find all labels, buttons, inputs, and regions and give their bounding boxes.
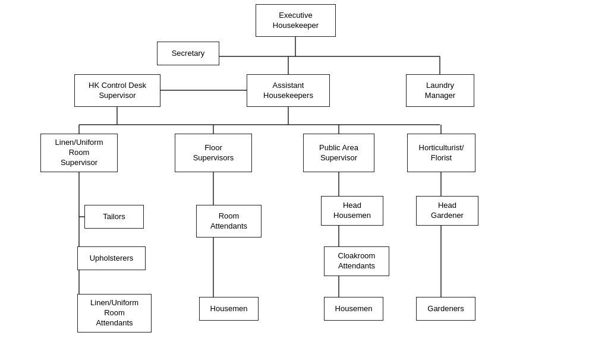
linen-uniform-supervisor-box: Linen/UniformRoomSupervisor (40, 134, 118, 172)
tailors-box: Tailors (84, 205, 144, 229)
room-attendants-box: RoomAttendants (196, 205, 262, 238)
public-area-supervisor-box: Public AreaSupervisor (303, 134, 374, 172)
laundry-manager-box: LaundryManager (406, 74, 474, 107)
org-chart: Executive Housekeeper Secretary Assistan… (0, 0, 589, 364)
horticulturist-box: Horticulturist/Florist (407, 134, 475, 172)
floor-supervisors-box: FloorSupervisors (175, 134, 252, 172)
linen-uniform-attendants-box: Linen/UniformRoomAttendants (77, 294, 152, 333)
housemen-public-box: Housemen (324, 297, 383, 321)
assistant-hk-box: AssistantHousekeepers (247, 74, 330, 107)
cloakroom-attendants-box: CloakroomAttendants (324, 246, 389, 276)
head-housemen-box: HeadHousemen (321, 196, 383, 226)
upholsterers-box: Upholsterers (77, 246, 146, 270)
housemen-floor-box: Housemen (199, 297, 259, 321)
head-gardener-box: HeadGardener (416, 196, 478, 226)
hk-control-desk-box: HK Control DeskSupervisor (74, 74, 160, 107)
gardeners-box: Gardeners (416, 297, 475, 321)
secretary-box: Secretary (157, 42, 219, 65)
exec-housekeeper-box: Executive Housekeeper (256, 4, 336, 37)
